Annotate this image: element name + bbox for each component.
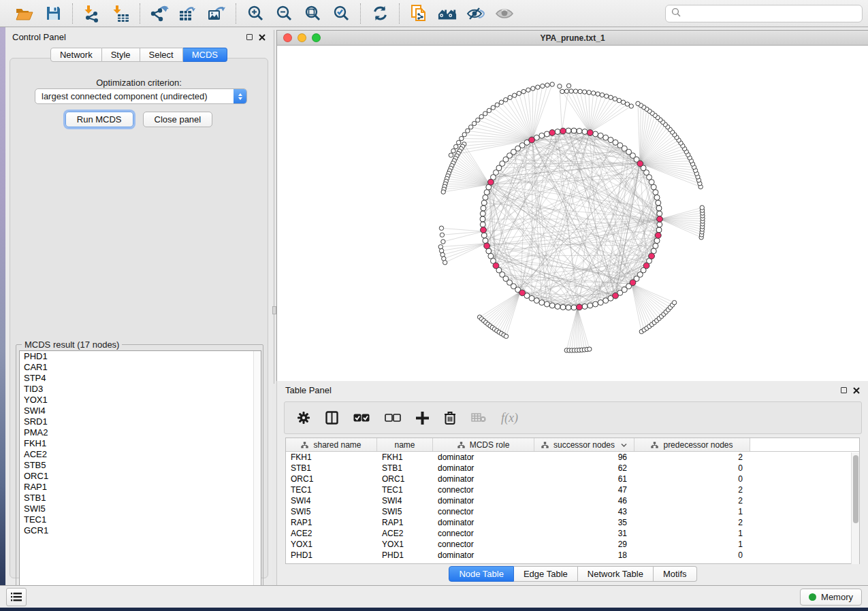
export-image-icon[interactable] — [207, 4, 226, 23]
network-node[interactable] — [541, 84, 545, 88]
table-row[interactable]: FKH1FKH1dominator962 — [286, 452, 859, 463]
network-node[interactable] — [608, 137, 613, 143]
mcds-network-node[interactable] — [649, 253, 655, 259]
network-node[interactable] — [517, 91, 521, 95]
export-network-icon[interactable] — [150, 4, 169, 23]
network-node[interactable] — [443, 261, 447, 265]
network-node[interactable] — [560, 304, 566, 310]
network-node[interactable] — [617, 98, 621, 102]
network-node[interactable] — [521, 89, 526, 93]
network-node[interactable] — [588, 347, 592, 351]
network-node[interactable] — [468, 125, 472, 129]
mcds-result-item[interactable]: SWI4 — [20, 406, 261, 416]
network-node[interactable] — [480, 216, 485, 222]
mcds-network-node[interactable] — [529, 137, 535, 143]
mcds-network-node[interactable] — [655, 232, 661, 238]
network-node[interactable] — [544, 301, 549, 307]
network-node[interactable] — [481, 205, 486, 211]
tab-mcds[interactable]: MCDS — [183, 48, 227, 62]
network-node[interactable] — [456, 140, 460, 144]
export-table-icon[interactable] — [178, 4, 197, 23]
network-node[interactable] — [566, 84, 570, 88]
tab-edge-table[interactable]: Edge Table — [514, 566, 578, 582]
network-node[interactable] — [438, 245, 443, 249]
zoom-out-icon[interactable] — [274, 4, 293, 23]
column-settings-gear-icon[interactable] — [297, 411, 310, 425]
network-node[interactable] — [441, 240, 445, 244]
table-scrollbar-thumb[interactable] — [853, 455, 858, 523]
network-node[interactable] — [593, 131, 598, 137]
network-node[interactable] — [700, 205, 704, 210]
network-node[interactable] — [651, 184, 656, 190]
zoom-selected-icon[interactable] — [332, 4, 351, 23]
network-node[interactable] — [555, 303, 560, 309]
network-node[interactable] — [566, 305, 571, 310]
network-node[interactable] — [578, 89, 582, 93]
tab-style[interactable]: Style — [102, 48, 140, 62]
network-window-titlebar[interactable]: YPA_prune.txt_1 — [277, 31, 868, 46]
network-node[interactable] — [550, 82, 554, 86]
column-header-MCDS-role[interactable]: MCDS role — [433, 438, 534, 451]
network-node[interactable] — [656, 200, 661, 205]
network-node[interactable] — [654, 238, 660, 244]
zoom-fit-icon[interactable] — [303, 4, 322, 23]
tab-motifs[interactable]: Motifs — [654, 566, 697, 582]
network-node[interactable] — [613, 97, 617, 101]
network-node[interactable] — [504, 334, 508, 338]
network-node[interactable] — [476, 118, 480, 122]
run-mcds-button[interactable]: Run MCDS — [65, 112, 133, 127]
network-node[interactable] — [598, 300, 603, 306]
network-node[interactable] — [481, 200, 487, 205]
network-node[interactable] — [495, 103, 499, 107]
mcds-network-node[interactable] — [481, 227, 487, 233]
task-history-button[interactable] — [6, 588, 27, 606]
network-node[interactable] — [439, 226, 443, 230]
network-node[interactable] — [588, 303, 593, 308]
zoom-in-icon[interactable] — [246, 4, 265, 23]
network-node[interactable] — [441, 190, 445, 194]
window-zoom-button[interactable] — [312, 33, 321, 42]
network-view-canvas[interactable] — [277, 46, 868, 381]
network-node[interactable] — [621, 100, 625, 104]
mcds-network-node[interactable] — [484, 243, 490, 249]
select-all-rows-icon[interactable] — [353, 414, 370, 422]
mcds-result-item[interactable]: YOX1 — [20, 395, 261, 406]
tab-node-table[interactable]: Node Table — [449, 566, 514, 582]
table-row[interactable]: TEC1TEC1connector472 — [286, 484, 859, 495]
close-table-panel-icon[interactable] — [853, 387, 860, 394]
mcds-network-node[interactable] — [577, 304, 583, 310]
network-node[interactable] — [529, 295, 534, 301]
network-node[interactable] — [653, 243, 658, 248]
network-node[interactable] — [539, 133, 545, 138]
network-node[interactable] — [534, 298, 539, 303]
mcds-result-item[interactable]: SRD1 — [20, 416, 261, 427]
network-node[interactable] — [653, 190, 658, 195]
network-node[interactable] — [598, 133, 603, 138]
network-node[interactable] — [582, 303, 588, 309]
network-node[interactable] — [466, 129, 470, 133]
network-node[interactable] — [571, 305, 577, 310]
refresh-layout-icon[interactable] — [370, 4, 389, 23]
show-all-icon[interactable] — [495, 4, 514, 23]
network-node[interactable] — [596, 92, 600, 96]
delete-column-icon[interactable] — [444, 411, 456, 425]
network-node[interactable] — [582, 129, 588, 135]
network-node[interactable] — [472, 121, 476, 125]
network-node[interactable] — [480, 211, 485, 216]
clone-network-icon[interactable] — [409, 4, 428, 23]
network-node[interactable] — [569, 89, 573, 93]
network-node[interactable] — [536, 85, 540, 89]
mcds-network-node[interactable] — [637, 161, 643, 167]
mcds-network-node[interactable] — [587, 130, 593, 136]
mcds-network-node[interactable] — [560, 128, 566, 134]
mcds-result-item[interactable]: FKH1 — [20, 438, 261, 449]
network-node[interactable] — [460, 136, 464, 140]
table-row[interactable]: PHD1PHD1dominator180 — [286, 550, 859, 561]
network-node[interactable] — [440, 233, 444, 237]
network-node[interactable] — [603, 135, 609, 140]
deselect-all-rows-icon[interactable] — [385, 414, 401, 422]
network-node[interactable] — [484, 190, 489, 195]
network-node[interactable] — [609, 95, 613, 99]
network-node[interactable] — [600, 93, 604, 97]
mcds-result-list[interactable]: PHD1CAR1STP4TID3YOX1SWI4SRD1PMA2FKH1ACE2… — [19, 350, 261, 594]
